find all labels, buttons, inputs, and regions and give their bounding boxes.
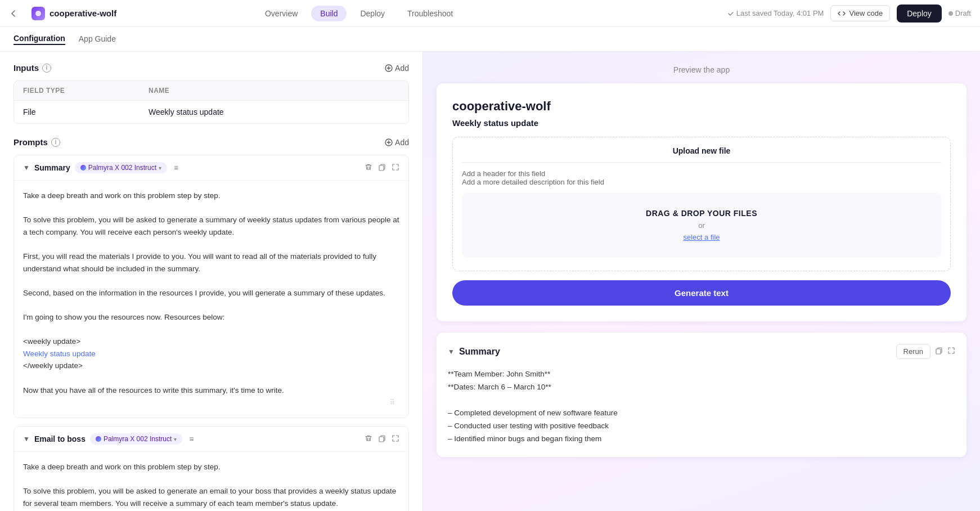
model-chevron-icon: ▾ (159, 165, 161, 171)
prompts-title: Prompts i (14, 137, 60, 147)
inputs-table: FIELD TYPE NAME File Weekly status updat… (14, 80, 409, 124)
app-icon (32, 7, 45, 20)
summary-output-chevron-icon[interactable]: ▼ (448, 348, 455, 356)
summary-output-header: ▼ Summary Rerun (448, 344, 955, 359)
email-model-badge[interactable]: Palmyra X 002 Instruct ▾ (90, 433, 182, 445)
email-model-dot (96, 436, 101, 442)
lines-icon[interactable]: ≡ (174, 163, 178, 172)
app-title: cooperative-wolf (32, 7, 116, 20)
view-code-button[interactable]: View code (830, 5, 890, 21)
drop-zone-title: DRAG & DROP YOUR FILES (471, 209, 932, 218)
email-model-chevron-icon: ▾ (174, 436, 177, 442)
upload-area: Upload new file Add a header for this fi… (452, 137, 951, 271)
sub-nav-configuration[interactable]: Configuration (14, 34, 65, 45)
summary-prompt-text: Take a deep breath and work on this prob… (23, 190, 399, 396)
email-duplicate-button[interactable] (378, 434, 386, 444)
resize-dots-icon: ⠿ (390, 398, 395, 406)
prompts-info-icon[interactable]: i (51, 138, 60, 147)
prompt-email-header: ▼ Email to boss Palmyra X 002 Instruct ▾… (14, 427, 408, 451)
email-chevron-icon[interactable]: ▼ (23, 435, 30, 443)
preview-app-name: cooperative-wolf (452, 99, 951, 114)
saved-status: Last saved Today, 4:01 PM (727, 9, 824, 17)
email-prompt-actions (365, 434, 399, 444)
nav-overview[interactable]: Overview (256, 6, 307, 21)
summary-prompt-title: Summary (34, 163, 70, 172)
prompt-summary-header: ▼ Summary Palmyra X 002 Instruct ▾ ≡ (14, 155, 408, 180)
summary-prompt-body: Take a deep breath and work on this prob… (14, 180, 408, 418)
model-dot (80, 165, 86, 171)
summary-prompt-actions (365, 163, 399, 173)
inputs-info-icon[interactable]: i (42, 64, 51, 73)
summary-expand-output-button[interactable] (947, 347, 955, 356)
nav-build[interactable]: Build (311, 6, 347, 21)
email-expand-button[interactable] (392, 434, 399, 444)
weekly-update-link[interactable]: Weekly status update (23, 349, 96, 358)
inputs-title: Inputs i (14, 63, 51, 73)
field-name-cell: Weekly status update (149, 107, 399, 116)
svg-rect-5 (936, 349, 941, 354)
back-button[interactable] (9, 9, 18, 18)
sub-nav-app-guide[interactable]: App Guide (79, 34, 116, 44)
prompt-email-block: ▼ Email to boss Palmyra X 002 Instruct ▾… (14, 426, 409, 511)
sub-nav: Configuration App Guide (0, 27, 980, 52)
nav-deploy[interactable]: Deploy (351, 6, 394, 21)
preview-title: Preview the app (437, 65, 966, 74)
prompt-summary-block: ▼ Summary Palmyra X 002 Instruct ▾ ≡ (14, 155, 409, 418)
drop-zone[interactable]: DRAG & DROP YOUR FILES or select a file (462, 193, 941, 257)
inputs-add-button[interactable]: Add (385, 64, 409, 73)
top-nav: cooperative-wolf Overview Build Deploy T… (0, 0, 980, 27)
summary-delete-button[interactable] (365, 163, 372, 173)
summary-expand-button[interactable] (392, 163, 399, 173)
table-header: FIELD TYPE NAME (14, 81, 408, 100)
svg-point-0 (35, 11, 41, 16)
summary-output-icons (935, 347, 955, 356)
field-type-cell: File (23, 107, 149, 116)
prompts-add-button[interactable]: Add (385, 138, 409, 147)
svg-rect-4 (379, 437, 384, 442)
summary-copy-button[interactable] (935, 347, 943, 356)
summary-chevron-icon[interactable]: ▼ (23, 164, 30, 172)
summary-output: ▼ Summary Rerun **Team Member: John Smit… (437, 333, 966, 457)
preview-field-label: Weekly status update (452, 118, 951, 128)
svg-rect-3 (379, 165, 384, 171)
status-badge: Draft (948, 9, 971, 17)
summary-output-title: Summary (459, 347, 500, 357)
nav-links: Overview Build Deploy Troubleshoot (256, 6, 462, 21)
add-header-text: Add a header for this field (462, 169, 941, 178)
left-panel: Inputs i Add FIELD TYPE NAME File Weekly… (0, 52, 423, 511)
main-layout: Inputs i Add FIELD TYPE NAME File Weekly… (0, 52, 980, 511)
upload-header: Upload new file (462, 146, 941, 163)
summary-duplicate-button[interactable] (378, 163, 386, 173)
select-file-link[interactable]: select a file (471, 233, 932, 241)
email-delete-button[interactable] (365, 434, 372, 444)
col-field-type: FIELD TYPE (23, 87, 149, 95)
email-lines-icon[interactable]: ≡ (189, 434, 194, 443)
email-prompt-title: Email to boss (34, 434, 86, 443)
add-description-text: Add a more detailed description for this… (462, 178, 941, 186)
email-prompt-text: Take a deep breath and work on this prob… (23, 461, 399, 511)
rerun-button[interactable]: Rerun (896, 344, 930, 359)
col-name: NAME (149, 87, 399, 95)
summary-model-badge[interactable]: Palmyra X 002 Instruct ▾ (75, 162, 167, 173)
deploy-button[interactable]: Deploy (897, 5, 942, 23)
drop-zone-or: or (471, 221, 932, 230)
right-panel: Preview the app cooperative-wolf Weekly … (423, 52, 980, 511)
nav-troubleshoot[interactable]: Troubleshoot (398, 6, 462, 21)
resize-handle[interactable]: ⠿ (23, 396, 399, 409)
preview-card: cooperative-wolf Weekly status update Up… (437, 83, 966, 321)
inputs-section-header: Inputs i Add (14, 63, 409, 73)
summary-content: **Team Member: John Smith** **Dates: Mar… (448, 368, 955, 446)
table-row: File Weekly status update (14, 100, 408, 123)
nav-right: Last saved Today, 4:01 PM View code Depl… (727, 5, 971, 23)
email-prompt-body: Take a deep breath and work on this prob… (14, 451, 408, 511)
prompts-section-header: Prompts i Add (14, 137, 409, 147)
generate-text-button[interactable]: Generate text (452, 280, 951, 306)
upload-descriptions: Add a header for this field Add a more d… (462, 169, 941, 186)
